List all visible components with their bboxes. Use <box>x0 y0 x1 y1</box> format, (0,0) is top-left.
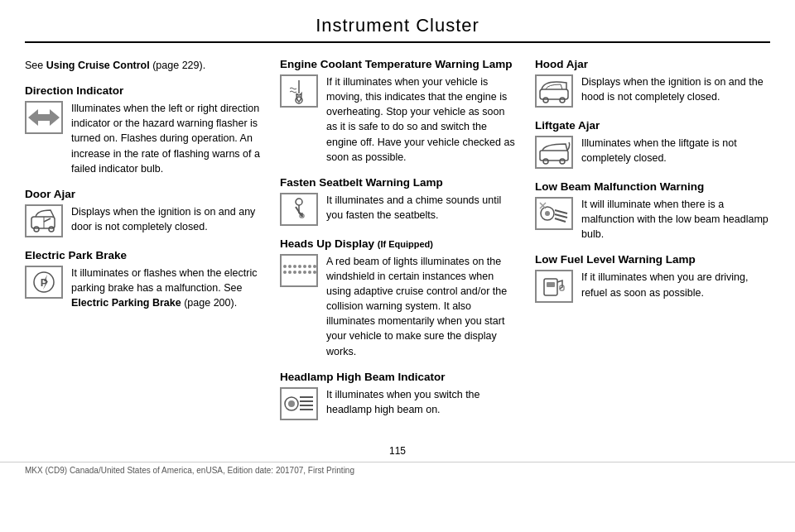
low-fuel-body: If it illuminates when you are driving, … <box>581 270 770 300</box>
low-beam-malfunction-title: Low Beam Malfunction Warning <box>535 180 770 193</box>
fasten-seatbelt-icon <box>280 193 318 226</box>
hood-ajar-title: Hood Ajar <box>535 58 770 70</box>
door-ajar-section: Door Ajar <box>25 188 260 237</box>
svg-point-23 <box>308 271 311 274</box>
hood-ajar-section: Hood Ajar Displays when the <box>535 58 770 108</box>
cruise-control-text: See Using Cruise Control (page 229). <box>25 58 260 73</box>
engine-coolant-title: Engine Coolant Temperature Warning Lamp <box>280 58 515 70</box>
column-2: Engine Coolant Temperature Warning Lamp … <box>270 58 525 432</box>
heads-up-display-body: A red beam of lights illuminates on the … <box>326 254 515 359</box>
direction-indicator-section: Direction Indicator Illuminates when the… <box>25 84 260 176</box>
heads-up-display-section: Heads Up Display (If Equipped) <box>280 237 515 359</box>
cruise-control-bold: Using Cruise Control <box>46 60 150 71</box>
svg-point-11 <box>283 265 287 268</box>
hood-ajar-icon <box>535 74 573 108</box>
hood-ajar-row: Displays when the ignition is on and the… <box>535 74 770 108</box>
svg-point-32 <box>543 98 548 103</box>
svg-point-9 <box>296 199 302 205</box>
svg-point-5 <box>49 227 54 232</box>
svg-point-12 <box>288 265 292 268</box>
direction-indicator-icon <box>25 101 63 134</box>
svg-point-18 <box>283 271 287 274</box>
svg-point-17 <box>313 265 316 268</box>
cruise-control-ref-section: See Using Cruise Control (page 229). <box>25 58 260 73</box>
electric-park-brake-title: Electric Park Brake <box>25 249 260 261</box>
direction-indicator-body: Illuminates when the left or right direc… <box>71 101 260 176</box>
fasten-seatbelt-title: Fasten Seatbelt Warning Lamp <box>280 176 515 189</box>
engine-coolant-section: Engine Coolant Temperature Warning Lamp … <box>280 58 515 165</box>
heads-up-display-icon <box>280 254 318 287</box>
column-1: See Using Cruise Control (page 229). Dir… <box>25 58 270 432</box>
svg-line-40 <box>555 214 567 218</box>
headlamp-high-beam-row: It illuminates when you switch the headl… <box>280 387 515 420</box>
svg-point-36 <box>560 159 565 164</box>
footer-note: MKX (CD9) Canada/United States of Americ… <box>0 462 795 478</box>
svg-point-38 <box>545 211 550 216</box>
headlamp-high-beam-icon <box>280 387 318 420</box>
svg-line-39 <box>555 210 567 213</box>
low-fuel-section: Low Fuel Level Warning Lamp If it illumi… <box>535 253 770 303</box>
low-beam-malfunction-body: It will illuminate when there is a malfu… <box>581 197 770 242</box>
headlamp-high-beam-body: It illuminates when you switch the headl… <box>326 387 515 417</box>
low-fuel-row: If it illuminates when you are driving, … <box>535 270 770 303</box>
low-fuel-icon <box>535 270 573 303</box>
liftgate-ajar-section: Liftgate Ajar Illuminates when the liftg… <box>535 119 770 169</box>
low-beam-malfunction-row: It will illuminate when there is a malfu… <box>535 197 770 242</box>
svg-point-24 <box>313 271 316 274</box>
heads-up-display-title: Heads Up Display (If Equipped) <box>280 237 515 250</box>
fasten-seatbelt-row: It illuminates and a chime sounds until … <box>280 193 515 226</box>
door-ajar-icon <box>25 204 63 237</box>
svg-rect-45 <box>547 282 555 287</box>
direction-indicator-row: Illuminates when the left or right direc… <box>25 101 260 176</box>
door-ajar-row: Displays when the ignition is on and any… <box>25 204 260 237</box>
svg-line-41 <box>555 218 566 222</box>
low-beam-malfunction-section: Low Beam Malfunction Warning <box>535 180 770 242</box>
electric-park-brake-row: P It illuminates or flashes when the ele… <box>25 266 260 310</box>
page-title: Instrument Cluster <box>316 15 479 36</box>
column-3: Hood Ajar Displays when the <box>525 58 770 432</box>
engine-coolant-body: If it illuminates when your vehicle is m… <box>326 74 515 165</box>
svg-point-35 <box>543 159 548 164</box>
hood-ajar-body: Displays when the ignition is on and the… <box>581 74 770 104</box>
svg-point-26 <box>288 400 295 407</box>
engine-coolant-row: If it illuminates when your vehicle is m… <box>280 74 515 165</box>
headlamp-high-beam-title: Headlamp High Beam Indicator <box>280 371 515 383</box>
liftgate-ajar-body: Illuminates when the liftgate is not com… <box>581 136 770 165</box>
liftgate-ajar-icon <box>535 136 573 169</box>
direction-indicator-title: Direction Indicator <box>25 84 260 97</box>
door-ajar-title: Door Ajar <box>25 188 260 200</box>
svg-point-19 <box>288 271 292 274</box>
svg-point-4 <box>34 227 39 232</box>
electric-park-brake-body: It illuminates or flashes when the elect… <box>71 266 260 310</box>
svg-point-20 <box>293 271 296 274</box>
heads-up-suffix: (If Equipped) <box>378 239 433 249</box>
fasten-seatbelt-section: Fasten Seatbelt Warning Lamp It illumina… <box>280 176 515 226</box>
svg-point-13 <box>293 265 296 268</box>
content-area: See Using Cruise Control (page 229). Dir… <box>0 43 795 440</box>
heads-up-display-row: A red beam of lights illuminates on the … <box>280 254 515 359</box>
fasten-seatbelt-body: It illuminates and a chime sounds until … <box>326 193 515 223</box>
svg-marker-1 <box>38 109 60 126</box>
svg-point-15 <box>303 265 306 268</box>
low-fuel-title: Low Fuel Level Warning Lamp <box>535 253 770 266</box>
liftgate-ajar-title: Liftgate Ajar <box>535 119 770 132</box>
electric-park-brake-icon: P <box>25 266 63 299</box>
page-header: Instrument Cluster <box>0 0 795 43</box>
svg-point-16 <box>308 265 311 268</box>
page-number: 115 <box>389 445 406 457</box>
page-footer: 115 <box>0 440 795 458</box>
headlamp-high-beam-section: Headlamp High Beam Indicator It illumina… <box>280 371 515 420</box>
engine-coolant-icon <box>280 74 318 108</box>
svg-point-22 <box>303 271 306 274</box>
door-ajar-body: Displays when the ignition is on and any… <box>71 204 260 234</box>
electric-park-brake-section: Electric Park Brake P It illuminates or … <box>25 249 260 310</box>
svg-point-21 <box>298 271 301 274</box>
svg-point-14 <box>298 265 301 268</box>
liftgate-ajar-row: Illuminates when the liftgate is not com… <box>535 136 770 169</box>
svg-point-33 <box>560 98 565 103</box>
low-beam-malfunction-icon <box>535 197 573 230</box>
